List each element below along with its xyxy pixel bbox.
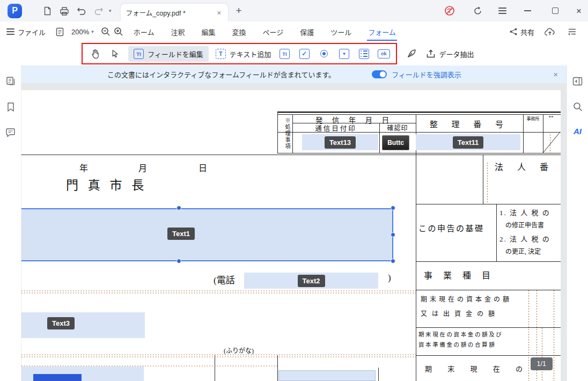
push-button-tool-icon[interactable]: ok <box>377 47 390 60</box>
new-document-icon[interactable] <box>40 4 54 18</box>
titlebar: P ▾ フォーム_copy.pdf * × + <box>0 0 588 21</box>
menu-file[interactable]: ファイル <box>18 27 46 37</box>
offline-status-icon[interactable] <box>443 4 457 18</box>
tab-form[interactable]: フォーム <box>367 21 397 42</box>
form-push-button-buttc[interactable]: Buttc <box>382 135 409 150</box>
sidebar-menu-icon[interactable] <box>6 28 14 35</box>
ai-assistant-button[interactable]: AI <box>574 127 582 136</box>
left-sidebar <box>0 65 21 381</box>
zoom-level-dropdown[interactable]: 200% ▾ <box>71 28 94 36</box>
list-box-tool-icon[interactable] <box>357 47 370 60</box>
text-capital-3: 期 末 現 在 の <box>425 363 530 373</box>
add-text-button[interactable]: T テキスト追加 <box>216 49 271 59</box>
notification-close-icon[interactable]: × <box>553 70 558 79</box>
highlight-fields-toggle[interactable] <box>372 70 387 78</box>
highlight-fields-label[interactable]: フィールドを強調表示 <box>392 69 461 79</box>
zoom-in-icon[interactable] <box>112 25 125 38</box>
sync-icon[interactable] <box>471 4 484 18</box>
menubar: ファイル 200% ▾ ホーム 注釈 編集 変換 ページ 保護 ツール フォーム <box>0 21 588 42</box>
tab-page[interactable]: ページ <box>261 21 284 42</box>
new-tab-button[interactable]: + <box>236 5 242 17</box>
page-thumbnails-icon[interactable] <box>5 75 17 87</box>
edit-fields-label: フィールドを編集 <box>148 49 203 59</box>
main-menu-icon[interactable] <box>498 8 506 14</box>
minimize-button[interactable] <box>520 4 534 18</box>
signature-pen-icon[interactable] <box>405 47 418 60</box>
text-item2a: 2. 法 人 税 の <box>499 233 561 244</box>
undo-icon[interactable] <box>75 4 89 18</box>
checkbox-tool-icon[interactable]: ✓ <box>298 47 311 60</box>
page-view-icon[interactable] <box>53 25 66 38</box>
tab-title: フォーム_copy.pdf * <box>126 8 216 18</box>
form-field-text13[interactable]: Text13 <box>302 134 378 150</box>
app-logo-icon[interactable]: P <box>8 4 22 18</box>
share-button[interactable]: 共有 <box>509 27 534 37</box>
tab-edit[interactable]: 編集 <box>200 21 216 42</box>
print-icon[interactable] <box>57 4 71 18</box>
form-field-text2[interactable]: Text2 <box>244 273 378 289</box>
selection-handle[interactable] <box>391 259 395 263</box>
text-capital-1b: 又 は 出 資 金 の 額 <box>421 309 496 318</box>
cloud-upload-icon[interactable] <box>543 25 556 38</box>
bookmarks-icon[interactable] <box>5 101 17 113</box>
field-label-badge: Text1 <box>167 228 195 240</box>
content-area: この文書にはインタラクティブなフォームフィールドが含まれています。 フィールドを… <box>0 65 588 381</box>
form-tools-highlight-group: TI フィールドを編集 T テキスト追加 TI ✓ ▼ <box>82 43 397 64</box>
radio-button-tool-icon[interactable] <box>318 47 330 60</box>
text-corp-number: 法 人 番 <box>495 160 560 173</box>
selection-handle[interactable] <box>391 206 395 210</box>
text-field-tool-icon[interactable]: TI <box>278 47 291 60</box>
menubar-right: 共有 <box>509 25 578 38</box>
quick-actions: ▾ <box>40 4 112 18</box>
pdf-page: Text13 Buttc Text11 Text1 <box>21 90 561 381</box>
tab-close-icon[interactable]: × <box>216 9 222 17</box>
search-icon[interactable] <box>572 101 584 113</box>
text-mayor: 門 真 市 長 <box>66 175 147 193</box>
document-tab[interactable]: フォーム_copy.pdf * × <box>120 3 229 21</box>
zoom-out-icon[interactable] <box>99 25 112 38</box>
notification-message: この文書にはインタラクティブなフォームフィールドが含まれています。 <box>107 69 335 79</box>
tab-comment[interactable]: 注釈 <box>170 21 186 42</box>
edit-fields-button[interactable]: TI フィールドを編集 <box>128 46 209 62</box>
selection-handle[interactable] <box>177 206 181 210</box>
form-field-partial-highlight[interactable] <box>33 374 82 381</box>
page-indicator-badge: 1/1 <box>531 357 553 370</box>
form-field-text11[interactable]: Text11 <box>416 134 520 150</box>
right-sidebar: AI <box>567 65 588 381</box>
toolbar-extras: データ抽出 <box>405 47 474 60</box>
text-declaration-basis: この申告の基礎 <box>418 222 484 233</box>
tab-home[interactable]: ホーム <box>133 21 156 42</box>
toolbar-collapse-icon[interactable] <box>565 25 578 38</box>
expand-panel-icon[interactable] <box>572 75 584 87</box>
tab-tools[interactable]: ツール <box>329 21 352 42</box>
selection-handle[interactable] <box>391 232 395 237</box>
field-label-badge: Text3 <box>47 317 75 329</box>
push-button-label: Buttc <box>387 139 404 146</box>
form-field-text1-selected[interactable] <box>21 208 393 261</box>
form-field-text3[interactable] <box>21 312 145 338</box>
redo-history-caret-icon[interactable]: ▾ <box>109 8 112 13</box>
data-extract-label: データ抽出 <box>439 49 474 59</box>
comments-panel-icon[interactable] <box>5 127 17 138</box>
text-capital-2a: 期 末 現 在 の 資 本 金 の 額 及 び <box>418 330 502 338</box>
redo-icon[interactable] <box>92 4 106 18</box>
tab-convert[interactable]: 変換 <box>231 21 247 42</box>
text-item2b: の更正, 決定 <box>505 246 561 256</box>
text-capital-1a: 期 末 現 在 の 資 本 金 の 額 <box>421 294 510 304</box>
add-text-label: テキスト追加 <box>230 49 271 59</box>
data-extract-button[interactable]: データ抽出 <box>426 49 474 59</box>
maximize-button[interactable] <box>548 4 562 18</box>
form-field-partial-center[interactable] <box>278 370 376 381</box>
table-process-col: ※処理事項 <box>278 115 291 152</box>
menu-tabs: ホーム 注釈 編集 変換 ページ 保護 ツール フォーム <box>133 21 397 42</box>
document-viewport[interactable]: Text13 Buttc Text11 Text1 <box>21 83 567 381</box>
close-window-button[interactable]: × <box>576 6 582 16</box>
select-cursor-tool-icon[interactable] <box>108 47 121 60</box>
share-label: 共有 <box>520 27 534 37</box>
text-field-icon: TI <box>134 49 144 59</box>
dropdown-tool-icon[interactable]: ▼ <box>337 47 350 60</box>
text-capital-2b: 資 本 準 備 金 の 額 の 合 算 額 <box>418 340 495 348</box>
selection-handle[interactable] <box>177 259 181 263</box>
hand-pan-tool-icon[interactable] <box>89 47 101 60</box>
tab-protect[interactable]: 保護 <box>299 21 315 42</box>
